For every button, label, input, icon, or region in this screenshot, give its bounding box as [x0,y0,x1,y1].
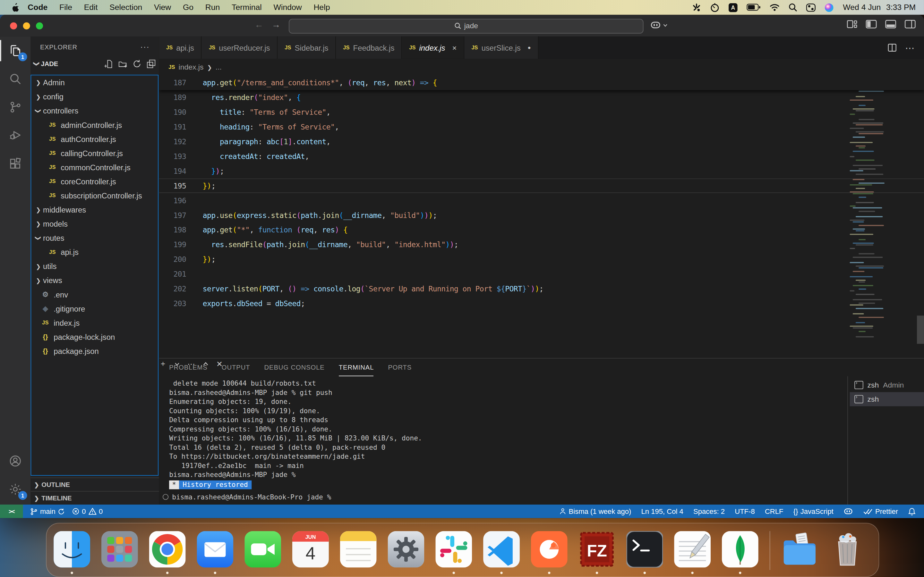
code-line-199[interactable]: 199 res.sendFile(path.join(__dirname, "b… [159,237,924,252]
code-line-202[interactable]: 202server.listen(PORT, () => console.log… [159,282,924,296]
dock-filezilla[interactable]: FZ [579,524,615,577]
code-line-187[interactable]: 187app.get("/terms_and_conditions*", (re… [159,75,924,90]
dock-finder[interactable] [53,524,90,577]
code-line-196[interactable]: 196 [159,193,924,208]
terminal-prompt-row[interactable]: bisma.rasheed@Admins-MacBook-Pro jade % [163,493,331,501]
code-line-201[interactable]: 201 [159,267,924,282]
panel-tab-terminal[interactable]: TERMINAL [339,359,374,376]
collapse-all-icon[interactable] [147,59,156,68]
dock-trash[interactable] [829,524,866,577]
tab-Feedback.js[interactable]: JSFeedback.js [336,37,402,59]
tree-item-subscriptionController.js[interactable]: JSsubscriptionController.js [31,189,158,203]
code-line-190[interactable]: 190 title: "Terms of Service", [159,105,924,119]
new-folder-icon[interactable] [118,59,128,68]
control-center-icon[interactable] [806,3,816,11]
encoding-item[interactable]: UTF-8 [735,507,754,516]
dock-textedit[interactable] [674,524,711,577]
code-line-193[interactable]: 193 createdAt: createdAt, [159,149,924,164]
tree-item-views[interactable]: ❯views [31,273,158,287]
dock-calendar[interactable]: JUN4 [292,524,329,577]
dock-slack[interactable] [435,524,472,577]
refresh-icon[interactable] [132,59,142,68]
code-line-195[interactable]: 195}); [159,179,924,193]
accounts-icon[interactable] [0,447,31,475]
editor-more-icon[interactable]: ⋯ [905,42,914,53]
dock-settings[interactable] [388,524,425,577]
tree-item-commonController.js[interactable]: JScommonController.js [31,160,158,174]
notifications-bell-icon[interactable] [908,507,916,516]
branch-item[interactable]: main [30,507,65,516]
nav-back-button[interactable]: ← [254,19,263,29]
tree-item-models[interactable]: ❯models [31,217,158,231]
tab-api.js[interactable]: JSapi.js [159,37,202,59]
dock-downloads[interactable] [781,524,818,577]
terminal-list-item-zsh[interactable]: zsh [850,392,924,406]
tree-item-index.js[interactable]: JSindex.js [31,316,158,330]
eol-item[interactable]: CRLF [765,507,783,516]
menu-window[interactable]: Window [268,3,308,12]
tree-item-.env[interactable]: ⚙.env [31,287,158,301]
new-file-icon[interactable] [104,59,113,68]
close-window-button[interactable] [10,22,17,29]
tree-item-package-lock.json[interactable]: {}package-lock.json [31,330,158,344]
tree-item-package.json[interactable]: {}package.json [31,344,158,358]
tab-index.js[interactable]: JSindex.js× [402,37,464,59]
menu-go[interactable]: Go [177,3,200,12]
tree-item-authController.js[interactable]: JSauthController.js [31,132,158,146]
tree-item-adminController.js[interactable]: JSadminController.js [31,118,158,132]
code-line-191[interactable]: 191 heading: "Terms of Service", [159,119,924,134]
tab-Sidebar.js[interactable]: JSSidebar.js [278,37,336,59]
code-line-198[interactable]: 198app.get("*", function (req, res) { [159,222,924,237]
tree-item-utils[interactable]: ❯utils [31,259,158,273]
command-center-search[interactable]: jade [289,19,644,33]
menu-app[interactable]: Code [19,3,53,12]
copilot-icon[interactable] [650,19,668,31]
panel-tab-output[interactable]: OUTPUT [222,359,250,376]
copilot-status-icon[interactable] [843,507,853,516]
wifi-icon[interactable] [770,3,780,11]
menu-run[interactable]: Run [199,3,226,12]
spotlight-icon[interactable] [788,3,798,12]
prettier-item[interactable]: Prettier [863,507,898,516]
tree-item-middlewares[interactable]: ❯middlewares [31,203,158,217]
dock-terminal[interactable] [626,524,663,577]
tab-userReducer.js[interactable]: JSuserReducer.js [202,37,278,59]
dock-launchpad[interactable] [102,524,138,577]
battery-icon[interactable] [747,3,761,11]
menu-terminal[interactable]: Terminal [226,3,268,12]
nav-forward-button[interactable]: → [272,19,281,29]
code-editor[interactable]: 187app.get("/terms_and_conditions*", (re… [159,75,924,358]
panel-tab-debug-console[interactable]: DEBUG CONSOLE [264,359,325,376]
tree-item-routes[interactable]: ❯routes [31,231,158,245]
zoom-window-button[interactable] [36,22,43,29]
dock-vscode[interactable] [483,524,520,577]
explorer-more-icon[interactable]: ··· [140,42,150,51]
menu-help[interactable]: Help [308,3,336,12]
menu-selection[interactable]: Selection [103,3,148,12]
sticky-scroll-line[interactable]: 187app.get("/terms_and_conditions*", (re… [159,75,924,90]
git-blame-item[interactable]: Bisma (1 week ago) [559,507,631,516]
toggle-panel-icon[interactable] [885,19,897,29]
terminal-list-divider[interactable] [847,376,848,504]
input-source-icon[interactable]: A [729,3,738,12]
apple-menu-icon[interactable] [11,2,19,12]
minimap[interactable] [850,77,916,342]
editor-scrollbar[interactable] [917,316,924,343]
indentation-item[interactable]: Spaces: 2 [693,507,725,516]
activitybar-source-control[interactable] [0,93,31,121]
code-line-203[interactable]: 203exports.dbSeed = dbSeed; [159,296,924,311]
tree-item-coreController.js[interactable]: JScoreController.js [31,174,158,189]
dock-mongodb[interactable] [722,524,758,577]
panel-tab-ports[interactable]: PORTS [388,359,412,376]
activitybar-extensions[interactable] [0,150,31,178]
activitybar-search[interactable] [0,65,31,93]
terminal-output[interactable]: delete mode 100644 build/robots.txtbisma… [169,379,842,489]
code-line-200[interactable]: 200}); [159,252,924,267]
toggle-secondary-sidebar-icon[interactable] [905,19,916,29]
outline-section[interactable]: ❯OUTLINE [31,478,159,491]
app-status-icon[interactable] [692,3,701,12]
customize-layout-icon[interactable] [846,19,857,29]
project-section-header[interactable]: ❯ JADE [31,57,159,70]
tree-item-.gitignore[interactable]: ◆.gitignore [31,301,158,316]
activitybar-run-debug[interactable] [0,121,31,149]
